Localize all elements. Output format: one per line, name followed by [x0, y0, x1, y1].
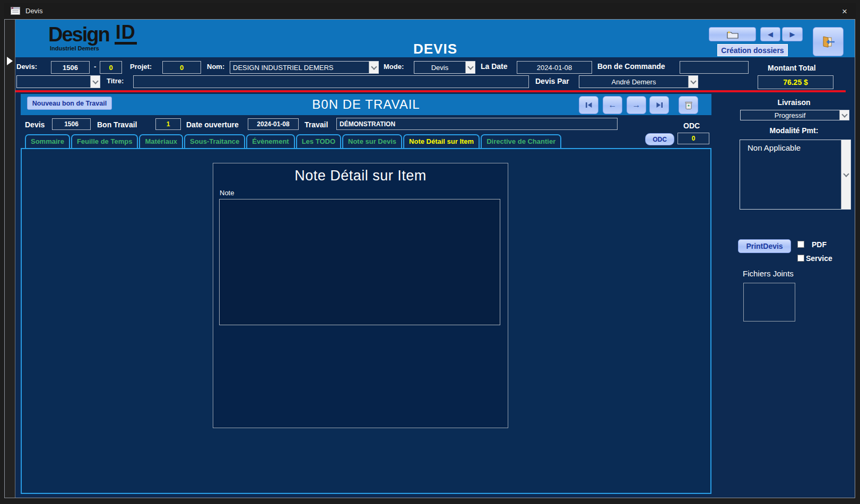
odc-button[interactable]: ODC: [645, 133, 674, 145]
close-icon[interactable]: ×: [833, 4, 856, 19]
bon-commande-label: Bon de Commande: [597, 62, 665, 71]
fichiers-joints-label: Fichiers Joints: [743, 269, 794, 278]
montant-total-field[interactable]: 76.25 $: [758, 75, 833, 89]
form-icon: [11, 7, 20, 15]
chevron-down-icon[interactable]: [688, 76, 698, 88]
mode-label: Mode:: [384, 63, 404, 71]
livraison-value: Progressif: [741, 111, 839, 119]
nom-value: DESIGN INDUSTRIEL DEMERS: [230, 64, 369, 72]
service-checkbox[interactable]: [797, 255, 804, 262]
projet-field[interactable]: 0: [162, 61, 201, 74]
record-selector-strip[interactable]: [5, 20, 15, 498]
tab-sous-traitance[interactable]: Sous-Traitance: [184, 134, 245, 148]
devis-par-combobox[interactable]: André Demers: [579, 75, 698, 88]
titre-label: Titre:: [107, 77, 124, 85]
right-triangle-icon: ▶: [790, 30, 795, 38]
previous-record-button[interactable]: ←: [603, 96, 622, 114]
titre-field[interactable]: [133, 75, 529, 88]
wo-devis-field[interactable]: 1506: [52, 118, 91, 130]
tab-directive-de-chantier[interactable]: Directive de Chantier: [481, 134, 561, 148]
title-bar: Devis ×: [4, 3, 856, 19]
service-label: Service: [806, 254, 832, 263]
next-button[interactable]: ▶: [782, 27, 803, 41]
note-panel-title: Note Détail sur Item: [213, 168, 508, 184]
note-label: Note: [220, 189, 234, 197]
modalite-pmt-listbox[interactable]: Non Applicable: [740, 140, 851, 210]
tab-note-detail-sur-item[interactable]: Note Détail sur Item: [403, 134, 480, 148]
travail-field[interactable]: DÉMONSTRATION: [336, 118, 618, 130]
trash-icon: [685, 101, 692, 110]
pdf-checkbox[interactable]: [797, 241, 804, 248]
last-record-icon: [655, 101, 664, 109]
previous-arrow-icon: ←: [609, 100, 617, 110]
date-ouverture-field[interactable]: 2024-01-08: [248, 118, 299, 130]
travail-label: Travail: [305, 120, 328, 129]
modalite-pmt-label: Modalité Pmt:: [733, 126, 855, 135]
note-detail-panel: Note Détail sur Item Note: [213, 163, 508, 428]
wo-bon-travail-field[interactable]: 1: [155, 118, 181, 130]
odc-count-field[interactable]: 0: [677, 133, 709, 144]
exit-button[interactable]: [813, 27, 844, 56]
mode-value: Devis: [414, 64, 465, 72]
tab-les-todo[interactable]: Les TODO: [296, 134, 341, 148]
next-record-button[interactable]: →: [627, 96, 646, 114]
chevron-down-icon[interactable]: [90, 76, 100, 88]
devis-label: Devis:: [16, 63, 37, 71]
last-record-button[interactable]: [649, 96, 669, 114]
exit-door-icon: [821, 36, 836, 48]
montant-total-label: Montant Total: [768, 64, 816, 72]
chevron-down-icon[interactable]: [369, 62, 378, 73]
tab-materiaux[interactable]: Matériaux: [139, 134, 183, 148]
devis-par-value: André Demers: [579, 78, 688, 86]
odc-label: ODC: [683, 121, 700, 130]
date-ouverture-label: Date ouverture: [186, 120, 239, 129]
window-title: Devis: [25, 7, 43, 15]
la-date-field[interactable]: 2024-01-08: [517, 61, 592, 74]
wo-bon-travail-label: Bon Travail: [97, 120, 137, 129]
tab-evenement[interactable]: Évènement: [246, 134, 294, 148]
la-date-label: La Date: [481, 62, 508, 71]
mode-combobox[interactable]: Devis: [414, 61, 475, 74]
next-arrow-icon: →: [632, 100, 641, 110]
delete-record-button[interactable]: [679, 96, 698, 114]
bon-travail-header-band: Nouveau bon de Travail B0N DE TRAVAIL ← …: [21, 94, 711, 115]
record-selector-arrow-icon: [7, 57, 13, 65]
nom-combobox[interactable]: DESIGN INDUSTRIEL DEMERS: [230, 61, 379, 74]
first-record-button[interactable]: [579, 96, 598, 114]
form-header-band: Design ID Industriel Demers DEVIS ◀ ▶ Cr…: [15, 20, 855, 57]
devis-separator: -: [94, 63, 96, 71]
devis-number-field[interactable]: 1506: [51, 61, 90, 74]
tab-sommaire[interactable]: Sommaire: [25, 134, 70, 148]
print-devis-button[interactable]: PrintDevis: [738, 239, 791, 253]
wo-devis-label: Devis: [25, 120, 45, 129]
first-record-icon: [585, 101, 593, 109]
new-folder-icon: [726, 30, 739, 39]
tab-content-area: Note Détail sur Item Note: [21, 148, 711, 494]
bon-commande-field[interactable]: [680, 61, 749, 74]
divider-red-line: [15, 90, 846, 92]
fichiers-joints-box[interactable]: [743, 283, 795, 321]
livraison-combobox[interactable]: Progressif: [740, 110, 849, 120]
new-folder-button[interactable]: [709, 27, 756, 41]
devis-par-label: Devis Par: [535, 77, 569, 85]
devis-rev-field[interactable]: 0: [100, 61, 122, 74]
quote-select-combobox[interactable]: [16, 75, 100, 88]
work-order-tabs: Sommaire Feuille de Temps Matériaux Sous…: [25, 134, 561, 148]
pdf-label: PDF: [812, 240, 827, 249]
application-window: Devis × Design ID Industriel Demers DEVI…: [0, 0, 860, 504]
projet-label: Projet:: [130, 63, 152, 71]
previous-button[interactable]: ◀: [760, 27, 780, 41]
nom-label: Nom:: [207, 63, 224, 71]
devis-form: Design ID Industriel Demers DEVIS ◀ ▶ Cr…: [4, 19, 855, 498]
livraison-label: Livraison: [733, 98, 855, 107]
creation-dossiers-button[interactable]: Création dossiers: [717, 44, 788, 56]
chevron-down-icon[interactable]: [465, 62, 475, 73]
tab-note-sur-devis[interactable]: Note sur Devis: [342, 134, 402, 148]
chevron-down-icon: [843, 171, 849, 177]
chevron-down-icon[interactable]: [839, 110, 849, 120]
tab-feuille-de-temps[interactable]: Feuille de Temps: [71, 134, 138, 148]
modalite-pmt-value: Non Applicable: [748, 143, 801, 152]
left-triangle-icon: ◀: [768, 30, 773, 38]
listbox-scrollbar[interactable]: [841, 140, 850, 209]
note-textarea[interactable]: [219, 199, 500, 325]
